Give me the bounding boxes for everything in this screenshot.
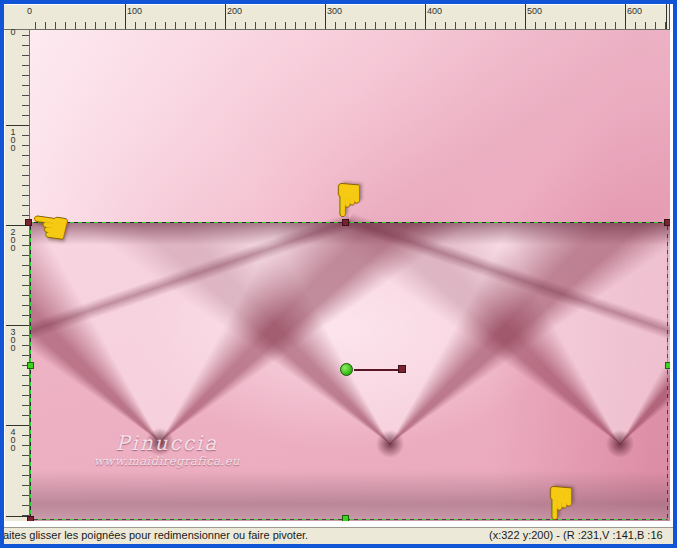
vertical-ruler: 0 100 200 300 400 [4, 30, 30, 521]
app-window: 0 100 200 300 400 500 600 0 100 200 300 … [0, 0, 677, 548]
watermark-url: www.maidiregrafica.eu [67, 454, 267, 468]
ruler-h-label: 500 [527, 6, 542, 16]
canvas-artwork-crease-left [30, 200, 358, 354]
status-position-readout: (x:322 y:200) - (R :231,V :141,B :16 [489, 529, 663, 541]
canvas-right-margin [670, 4, 673, 543]
status-bar: aites glisser les poignées pour redimens… [4, 527, 673, 544]
status-message: aites glisser les poignées pour redimens… [4, 529, 308, 541]
canvas-artwork-top-gradient [30, 30, 670, 223]
ruler-v-label: 0 [8, 27, 17, 35]
horizontal-ruler-major-ticks [26, 4, 667, 29]
canvas-artwork-ridge-shadow [30, 223, 670, 245]
image-canvas[interactable]: Pinuccia www.maidiregrafica.eu [30, 30, 670, 521]
ruler-h-label: 300 [327, 6, 342, 16]
watermark-author: Pinuccia [67, 432, 267, 454]
ruler-v-label: 300 [8, 327, 17, 351]
ruler-h-label: 600 [627, 6, 642, 16]
horizontal-ruler: 0 100 200 300 400 500 600 [4, 4, 669, 30]
ruler-v-label: 100 [8, 127, 17, 151]
ruler-v-label: 400 [8, 427, 17, 451]
ruler-h-label: 400 [427, 6, 442, 16]
ruler-h-label: 100 [127, 6, 142, 16]
ruler-v-label: 200 [8, 227, 17, 251]
ruler-h-label: 0 [27, 6, 32, 16]
watermark: Pinuccia www.maidiregrafica.eu [67, 432, 267, 468]
canvas-artwork-crease-right [342, 200, 670, 354]
ruler-h-label: 200 [227, 6, 242, 16]
